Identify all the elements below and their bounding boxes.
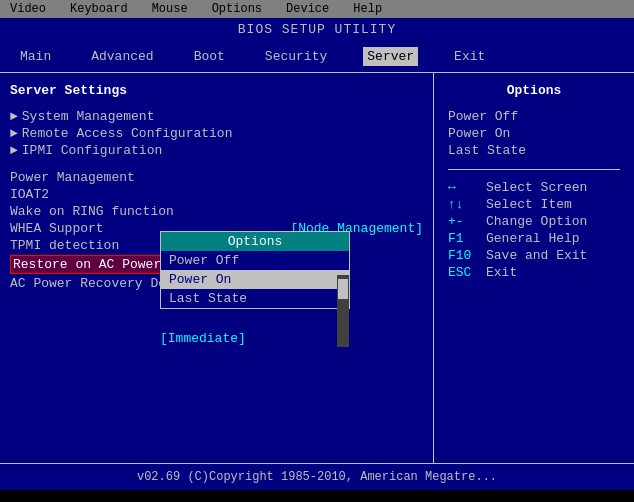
key-ud-arrow: ↑↓ (448, 197, 478, 212)
footer-text: v02.69 (C)Copyright 1985-2010, American … (137, 470, 497, 484)
key-f10-desc: Save and Exit (486, 248, 587, 263)
section-title: Server Settings (10, 83, 423, 98)
arrow-icon: ► (10, 109, 18, 124)
option-power-off: Power Off (448, 108, 620, 125)
key-esc: ESC Exit (448, 265, 620, 280)
scrollbar-thumb (338, 279, 348, 299)
menu-bar: Video Keyboard Mouse Options Device Help (0, 0, 634, 18)
key-f10-label: F10 (448, 248, 478, 263)
dropdown-popup: Options Power Off Power On Last State (160, 231, 350, 309)
arrow-icon: ► (10, 143, 18, 158)
scrollbar[interactable] (337, 275, 349, 347)
arrow-icon: ► (10, 126, 18, 141)
bios-title: BIOS SETUP UTILITY (238, 22, 396, 37)
tab-exit[interactable]: Exit (450, 47, 489, 66)
remote-access-label: Remote Access Configuration (22, 126, 233, 141)
key-f1-label: F1 (448, 231, 478, 246)
dropdown-title: Options (161, 232, 349, 251)
left-panel: Server Settings ► System Management ► Re… (0, 73, 434, 463)
key-change-option: +- Change Option (448, 214, 620, 229)
system-management-label: System Management (22, 109, 155, 124)
key-select-item: ↑↓ Select Item (448, 197, 620, 212)
option-last-state: Last State (448, 142, 620, 159)
tab-security[interactable]: Security (261, 47, 331, 66)
dropdown-item-poweroff[interactable]: Power Off (161, 251, 349, 270)
main-content: Server Settings ► System Management ► Re… (0, 73, 634, 463)
menu-device[interactable]: Device (282, 2, 333, 16)
key-select-screen: ↔ Select Screen (448, 180, 620, 195)
power-management-item: Power Management (10, 169, 423, 186)
menu-help[interactable]: Help (349, 2, 386, 16)
key-f10: F10 Save and Exit (448, 248, 620, 263)
tab-boot[interactable]: Boot (190, 47, 229, 66)
dropdown-item-laststate[interactable]: Last State (161, 289, 349, 308)
key-plusminus: +- (448, 214, 478, 229)
menu-ipmi-config[interactable]: ► IPMI Configuration (10, 142, 423, 159)
menu-video[interactable]: Video (6, 2, 50, 16)
key-lr-desc: Select Screen (486, 180, 587, 195)
menu-keyboard[interactable]: Keyboard (66, 2, 132, 16)
wake-on-ring-item: Wake on RING function (10, 203, 423, 220)
ioat2-item: IOAT2 (10, 186, 423, 203)
key-ud-desc: Select Item (486, 197, 572, 212)
dropdown-item-poweron[interactable]: Power On (161, 270, 349, 289)
immediate-tag: [Immediate] (160, 331, 246, 346)
key-f1: F1 General Help (448, 231, 620, 246)
ipmi-label: IPMI Configuration (22, 143, 162, 158)
tab-advanced[interactable]: Advanced (87, 47, 157, 66)
menu-mouse[interactable]: Mouse (148, 2, 192, 16)
tab-main[interactable]: Main (16, 47, 55, 66)
key-f1-desc: General Help (486, 231, 580, 246)
menu-options[interactable]: Options (208, 2, 266, 16)
key-esc-label: ESC (448, 265, 478, 280)
menu-remote-access[interactable]: ► Remote Access Configuration (10, 125, 423, 142)
divider (448, 169, 620, 170)
tab-server[interactable]: Server (363, 47, 418, 66)
key-lr-arrow: ↔ (448, 180, 478, 195)
title-bar: BIOS SETUP UTILITY (0, 18, 634, 41)
key-plusminus-desc: Change Option (486, 214, 587, 229)
key-esc-desc: Exit (486, 265, 517, 280)
menu-system-management[interactable]: ► System Management (10, 108, 423, 125)
nav-tabs: Main Advanced Boot Security Server Exit (0, 41, 634, 73)
footer: v02.69 (C)Copyright 1985-2010, American … (0, 463, 634, 490)
right-panel: Options Power Off Power On Last State ↔ … (434, 73, 634, 463)
option-power-on: Power On (448, 125, 620, 142)
options-title: Options (448, 83, 620, 98)
